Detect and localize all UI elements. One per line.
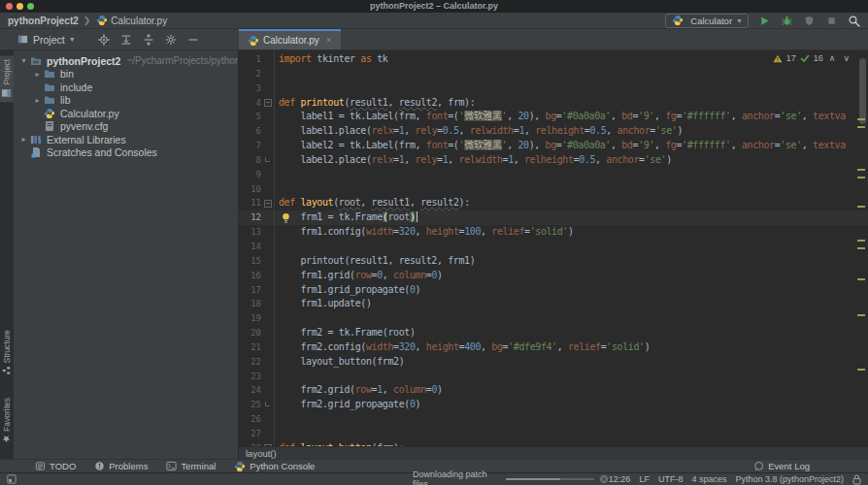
gutter-line-6[interactable]: 6 [239,124,274,139]
interpreter[interactable]: Python 3.8 (pythonProject2) [735,474,844,484]
code-line-2[interactable] [275,67,868,81]
project-view-selector[interactable]: Project [33,34,65,46]
error-stripe-mark[interactable] [857,240,865,242]
inspection-widget[interactable]: 17 16 ∧ ∨ [773,53,851,63]
file-encoding[interactable]: UTF-8 [658,474,684,484]
gutter-line-18[interactable]: 18 [239,297,274,311]
tree-item-pyvenv-cfg[interactable]: pyvenv.cfg [14,120,238,134]
fold-marker-icon[interactable]: − [264,200,272,208]
sidebar-tab-structure[interactable]: Structure [0,330,14,375]
sidebar-tab-favorites[interactable]: Favorites [0,398,14,443]
debug-button[interactable] [780,14,793,27]
code-line-19[interactable] [275,311,868,326]
error-stripe-mark[interactable] [857,206,865,208]
locate-file-button[interactable] [97,33,111,47]
code-line-6[interactable]: label1.place(relx=1, rely=0.5, relwidth=… [275,124,868,139]
code-editor[interactable]: 1234−567891011−1213141516171819202122232… [239,50,868,446]
breadcrumb-function[interactable]: layout() [246,448,277,459]
gutter-line-21[interactable]: 21 [239,340,274,355]
gutter-line-25[interactable]: 25 [239,398,274,412]
code-line-14[interactable] [275,240,868,254]
code-line-15[interactable]: printout(result1, result2, frm1) [275,254,868,269]
settings-icon[interactable] [164,33,178,47]
gutter-line-16[interactable]: 16 [239,269,274,283]
event-log-button[interactable]: Event Log [753,461,810,471]
chevron-down-icon[interactable]: ▾ [17,56,30,65]
code-line-27[interactable] [275,427,868,441]
gutter-line-22[interactable]: 22 [239,355,274,370]
close-window-button[interactable] [6,3,13,10]
code-line-26[interactable] [275,412,868,427]
search-everywhere-button[interactable] [847,14,860,27]
gutter-line-8[interactable]: 8 [239,153,274,168]
gutter-line-27[interactable]: 27 [239,427,274,441]
code-line-11[interactable]: def layout(root, result1, result2): [275,196,868,210]
gutter-line-20[interactable]: 20 [239,326,274,340]
tab-calculator-py[interactable]: Calculator.py × [239,29,341,49]
code-line-8[interactable]: label2.place(relx=1, rely=1, relwidth=1,… [275,153,868,168]
fold-marker-icon[interactable]: − [264,444,272,446]
gutter-line-14[interactable]: 14 [239,240,274,254]
gutter-line-10[interactable]: 10 [239,182,274,197]
stop-button[interactable] [824,14,838,27]
gutter-line-19[interactable]: 19 [239,311,274,326]
prev-warning-button[interactable]: ∧ [829,53,836,63]
error-stripe-mark[interactable] [857,314,865,316]
error-stripe-mark[interactable] [857,247,865,249]
gutter-line-28[interactable]: 28− [239,441,274,446]
indent-style[interactable]: 4 spaces [691,474,726,484]
tree-item-bin[interactable]: ▸bin [14,68,238,81]
tree-item-scratches-and-consoles[interactable]: Scratches and Consoles [14,146,238,160]
lock-icon[interactable] [852,474,861,485]
gutter-line-1[interactable]: 1 [239,52,274,67]
editor-scrollbar[interactable] [859,58,866,124]
code-line-12[interactable]: frm1 = tk.Frame(root) [275,210,868,225]
gutter-line-12[interactable]: 12 [239,210,274,225]
code-line-21[interactable]: frm2.config(width=320, height=400, bg='#… [275,340,868,355]
code-line-16[interactable]: frm1.grid(row=0, column=0) [275,269,868,283]
minimize-window-button[interactable] [17,3,23,10]
toolwindow-python-console[interactable]: Python Console [234,461,315,472]
toolwindow-problems[interactable]: Problems [94,461,148,471]
code-line-7[interactable]: label2 = tk.Label(frm, font=('微软雅黑', 20)… [275,139,868,153]
error-stripe-mark[interactable] [857,169,865,171]
tree-item-external-libraries[interactable]: ▸External Libraries [14,133,238,146]
fold-marker-icon[interactable]: − [264,99,272,107]
tree-item-include[interactable]: include [14,81,238,94]
caret-position[interactable]: 12:26 [609,474,631,484]
run-button[interactable] [757,14,771,27]
hide-panel-button[interactable] [186,33,200,47]
gutter-line-17[interactable]: 17 [239,283,274,298]
toolwindow-todo[interactable]: TODO [35,461,76,471]
chevron-right-icon[interactable]: ▸ [31,96,44,105]
gutter-line-23[interactable]: 23 [239,370,274,384]
code-line-13[interactable]: frm1.config(width=320, height=100, relie… [275,225,868,240]
error-stripe-mark[interactable] [857,278,865,280]
chevron-right-icon[interactable]: ▸ [17,135,30,144]
breadcrumb-project[interactable]: pythonProject2 [8,16,79,26]
tree-item-calculator-py[interactable]: Calculator.py [14,107,238,120]
code-line-24[interactable]: frm2.grid(row=1, column=0) [275,383,868,398]
cancel-task-icon[interactable] [599,474,609,484]
gutter-line-3[interactable]: 3 [239,81,274,96]
collapse-all-button[interactable] [142,33,155,47]
code-line-20[interactable]: frm2 = tk.Frame(root) [275,326,868,340]
gutter-line-24[interactable]: 24 [239,383,274,398]
gutter-line-5[interactable]: 5 [239,110,274,124]
run-configuration-select[interactable]: Calculator ▼ [665,14,749,28]
gutter-line-13[interactable]: 13 [239,225,274,240]
code-line-3[interactable] [275,81,868,96]
code-line-22[interactable]: layout_button(frm2) [275,355,868,370]
code-line-4[interactable]: def printout(result1, result2, frm): [275,96,868,111]
gutter-line-15[interactable]: 15 [239,254,274,269]
next-warning-button[interactable]: ∨ [843,53,850,63]
code-line-18[interactable]: frm1.update() [275,297,868,311]
tree-item-lib[interactable]: ▸lib [14,94,238,108]
fold-end-marker-icon[interactable] [265,157,270,162]
toolwindow-terminal[interactable]: Terminal [166,461,216,471]
gutter-line-7[interactable]: 7 [239,139,274,153]
code-line-23[interactable] [275,370,868,384]
zoom-window-button[interactable] [27,3,34,10]
tree-item-pythonproject2[interactable]: ▾pythonProject2~/PycharmProjects/pythonP… [14,54,238,68]
error-stripe-mark[interactable] [857,177,865,178]
